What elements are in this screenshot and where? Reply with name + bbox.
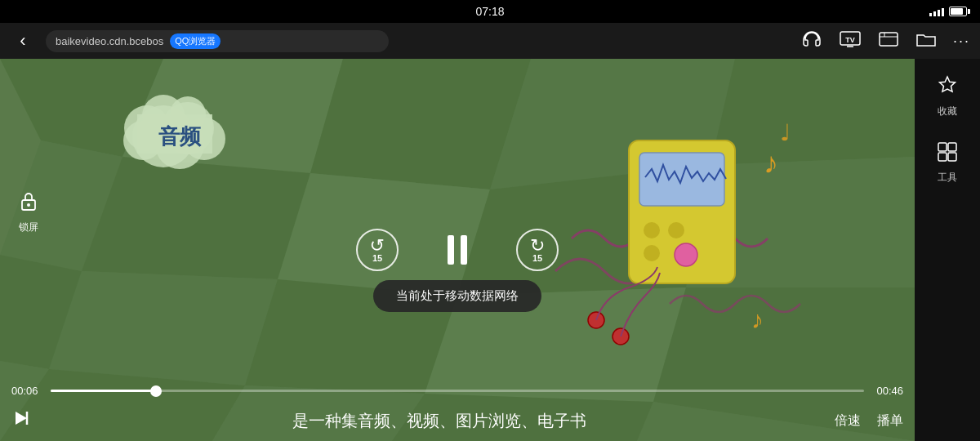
svg-rect-54 (948, 153, 956, 161)
bottom-bar: 是一种集音频、视频、图片浏览、电子书 倍速 播单 (0, 403, 915, 441)
tools-icon (937, 141, 958, 167)
skip-forward-button[interactable]: ↻ 15 (516, 229, 559, 271)
url-text: baikevideo.cdn.bcebos (56, 35, 163, 47)
left-sidebar: 锁屏 (0, 59, 57, 441)
svg-rect-52 (948, 143, 956, 151)
signal-icon (929, 7, 944, 16)
progress-track[interactable] (51, 390, 864, 392)
headphones-icon[interactable] (801, 30, 822, 52)
status-right-icons (929, 7, 967, 16)
collect-label: 收藏 (938, 105, 957, 118)
tools-label: 工具 (938, 171, 957, 185)
video-background: 音频 (0, 59, 915, 441)
status-time: 07:18 (475, 5, 504, 18)
qq-badge: QQ浏览器 (170, 33, 220, 49)
toolbar-right: TV ··· (801, 30, 970, 52)
progress-fill (51, 390, 156, 392)
controls-overlay: ↻ 15 ↻ 15 当前处于移动数据网络 (0, 59, 915, 441)
network-toast: 当前处于移动数据网络 (373, 280, 541, 312)
status-bar: 07:18 (0, 0, 980, 23)
right-sidebar: 收藏 工具 (915, 59, 980, 441)
more-icon[interactable]: ··· (953, 33, 970, 50)
video-container: 音频 (0, 59, 915, 441)
battery-icon (949, 7, 967, 16)
speed-button[interactable]: 倍速 (835, 412, 861, 430)
pause-button[interactable] (448, 235, 467, 265)
playlist-button[interactable]: 播单 (877, 412, 903, 430)
svg-rect-3 (880, 33, 898, 46)
tv-icon[interactable]: TV (839, 30, 862, 52)
center-controls: ↻ 15 ↻ 15 (356, 229, 559, 271)
subtitle-text: 是一种集音频、视频、图片浏览、电子书 (44, 410, 835, 432)
url-bar[interactable]: baikevideo.cdn.bcebos QQ浏览器 (46, 30, 389, 52)
progress-thumb[interactable] (150, 385, 162, 397)
back-button[interactable]: ‹ (10, 30, 36, 51)
folder-icon[interactable] (915, 30, 937, 52)
lock-label: 锁屏 (19, 220, 38, 234)
screen-icon[interactable] (878, 30, 899, 52)
lock-screen-button[interactable]: 锁屏 (19, 189, 38, 234)
time-end: 00:46 (874, 385, 903, 397)
tools-button[interactable]: 工具 (937, 141, 958, 185)
skip-back-button[interactable]: ↻ 15 (356, 229, 399, 271)
svg-rect-51 (938, 143, 947, 151)
svg-point-7 (27, 203, 30, 207)
progress-area: 00:06 00:46 (0, 385, 915, 397)
star-icon (937, 75, 958, 101)
lock-icon (19, 189, 38, 217)
svg-text:TV: TV (845, 36, 855, 44)
svg-rect-53 (938, 153, 947, 161)
collect-button[interactable]: 收藏 (937, 75, 958, 118)
browser-toolbar: ‹ baikevideo.cdn.bcebos QQ浏览器 TV (0, 23, 980, 59)
